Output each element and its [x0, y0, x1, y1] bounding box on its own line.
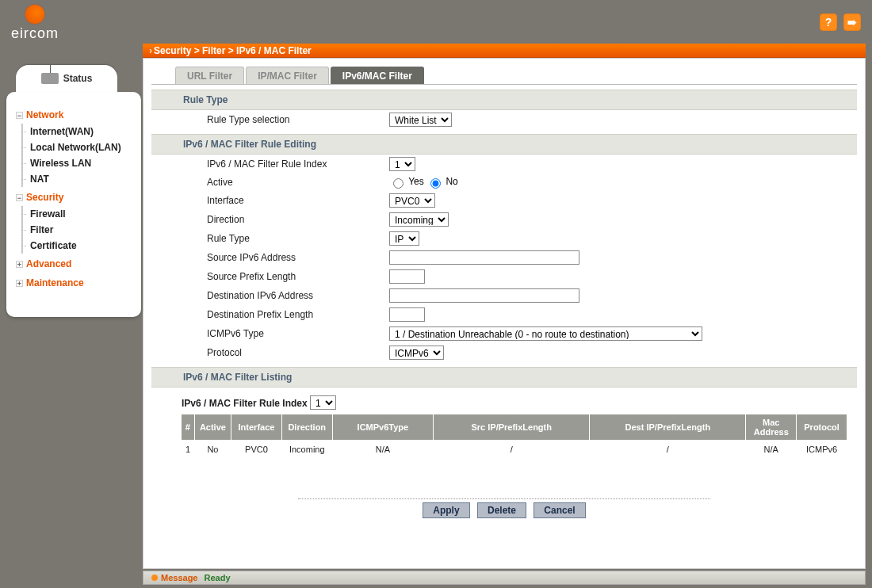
- sidebar-group-security[interactable]: − Security: [6, 189, 141, 206]
- select-direction[interactable]: Incoming: [389, 212, 449, 227]
- label-rule-type-selection: Rule Type selection: [151, 114, 389, 125]
- table-header-row: # Active Interface Direction ICMPv6Type …: [182, 414, 847, 440]
- cell-num: 1: [182, 440, 194, 459]
- tab-ipv6-mac-filter[interactable]: IPv6/MAC Filter: [331, 67, 424, 84]
- input-src-ipv6[interactable]: [389, 250, 579, 265]
- tab-ip-mac-filter[interactable]: IP/MAC Filter: [246, 67, 329, 84]
- breadcrumb: ›Security > Filter > IPv6 / MAC Filter: [143, 44, 866, 58]
- table-row[interactable]: 1 No PVC0 Incoming N/A / / N/A ICMPv6: [182, 440, 847, 459]
- radio-label-no: No: [446, 176, 457, 187]
- expand-icon: +: [16, 261, 23, 268]
- cell-dir: Incoming: [281, 440, 332, 459]
- content: URL Filter IP/MAC Filter IPv6/MAC Filter…: [143, 58, 866, 569]
- th-src: Src IP/PrefixLength: [434, 414, 590, 440]
- breadcrumb-path: Security > Filter > IPv6 / MAC Filter: [154, 45, 312, 56]
- select-protocol[interactable]: ICMPv6: [389, 346, 444, 360]
- status-dot-icon: [151, 575, 158, 581]
- sidebar-item-certificate[interactable]: Certificate: [6, 238, 141, 254]
- sidebar-group-advanced[interactable]: + Advanced: [6, 255, 141, 273]
- sidebar-item-internet-wan[interactable]: Internet(WAN): [6, 124, 141, 139]
- brand-logo: eircom: [11, 5, 59, 42]
- apply-button[interactable]: Apply: [423, 502, 469, 518]
- cell-src: /: [434, 440, 590, 459]
- label-src-ipv6: Source IPv6 Address: [151, 252, 389, 263]
- cell-proto: ICMPv6: [797, 440, 847, 459]
- select-interface[interactable]: PVC0: [389, 193, 435, 208]
- label-active: Active: [151, 177, 389, 188]
- radio-label-yes: Yes: [408, 176, 424, 187]
- label-src-prefix: Source Prefix Length: [151, 271, 389, 282]
- input-dst-ipv6[interactable]: [389, 288, 579, 303]
- brand-text: eircom: [11, 25, 59, 42]
- sidebar-item-firewall[interactable]: Firewall: [6, 206, 141, 222]
- th-protocol: Protocol: [797, 414, 847, 440]
- header: eircom ? ➠: [0, 0, 872, 44]
- panel: Rule Type Rule Type selection White List…: [151, 84, 857, 529]
- delete-button[interactable]: Delete: [477, 502, 526, 518]
- tab-url-filter[interactable]: URL Filter: [175, 67, 244, 84]
- header-actions: ? ➠: [820, 13, 861, 31]
- status-message-label: Message: [161, 573, 197, 582]
- label-icmp-type: ICMPv6 Type: [151, 328, 389, 339]
- sidebar-item-filter[interactable]: Filter: [6, 222, 141, 238]
- input-src-prefix[interactable]: [389, 269, 425, 284]
- label-interface: Interface: [151, 195, 389, 206]
- sun-icon: [25, 5, 44, 24]
- cell-mac: N/A: [746, 440, 797, 459]
- th-num: #: [182, 414, 194, 440]
- sidebar-group-label: Advanced: [26, 258, 71, 269]
- cancel-button[interactable]: Cancel: [534, 502, 585, 518]
- label-dst-ipv6: Destination IPv6 Address: [151, 290, 389, 301]
- section-rule-editing: IPv6 / MAC Filter Rule Editing: [151, 134, 857, 155]
- cell-active: No: [194, 440, 231, 459]
- th-active: Active: [194, 414, 231, 440]
- label-dst-prefix: Destination Prefix Length: [151, 309, 389, 320]
- status-message-text: Ready: [204, 573, 230, 582]
- sidebar-item-wlan[interactable]: Wireless LAN: [6, 155, 141, 171]
- cell-iface: PVC0: [231, 440, 282, 459]
- input-dst-prefix[interactable]: [389, 307, 425, 322]
- select-icmp-type[interactable]: 1 / Destination Unreachable (0 - no rout…: [389, 326, 702, 341]
- tab-strip: URL Filter IP/MAC Filter IPv6/MAC Filter: [175, 67, 865, 84]
- sidebar-item-nat[interactable]: NAT: [6, 171, 141, 187]
- cell-icmp: N/A: [332, 440, 434, 459]
- th-interface: Interface: [231, 414, 282, 440]
- th-mac: Mac Address: [746, 414, 797, 440]
- section-rule-type: Rule Type: [151, 90, 857, 110]
- sidebar-group-label: Maintenance: [26, 277, 84, 288]
- expand-icon: +: [16, 280, 23, 287]
- th-dst: Dest IP/PrefixLength: [590, 414, 746, 440]
- select-inner-rule-type[interactable]: IP: [389, 231, 419, 246]
- th-direction: Direction: [281, 414, 332, 440]
- cell-dst: /: [590, 440, 746, 459]
- select-rule-type-selection[interactable]: White List: [389, 113, 452, 127]
- sidebar-group-label: Network: [26, 109, 63, 120]
- select-rule-index[interactable]: 1: [389, 157, 415, 171]
- status-tab[interactable]: Status: [16, 65, 117, 92]
- help-icon[interactable]: ?: [820, 13, 837, 31]
- chevron-icon: ›: [149, 45, 152, 56]
- sidebar: − Network Internet(WAN) Local Network(LA…: [6, 92, 141, 317]
- section-filter-listing: IPv6 / MAC Filter Listing: [151, 367, 857, 388]
- select-listing-index[interactable]: 1: [310, 395, 336, 410]
- listing-title: IPv6 / MAC Filter Rule Index 1: [182, 395, 857, 410]
- logout-icon[interactable]: ➠: [843, 13, 861, 31]
- collapse-icon: −: [16, 194, 23, 201]
- filter-table: # Active Interface Direction ICMPv6Type …: [182, 414, 847, 459]
- status-bar: Message Ready: [143, 571, 866, 585]
- sidebar-group-label: Security: [26, 192, 63, 203]
- sidebar-item-lan[interactable]: Local Network(LAN): [6, 139, 141, 155]
- label-protocol: Protocol: [151, 347, 389, 358]
- radio-active-yes[interactable]: [393, 178, 403, 189]
- label-rule-index: IPv6 / MAC Filter Rule Index: [151, 158, 389, 170]
- radio-active-no[interactable]: [430, 178, 441, 189]
- label-inner-rule-type: Rule Type: [151, 233, 389, 244]
- sidebar-group-maintenance[interactable]: + Maintenance: [6, 274, 141, 292]
- label-direction: Direction: [151, 214, 389, 225]
- button-row: Apply Delete Cancel: [298, 498, 710, 529]
- th-icmptype: ICMPv6Type: [332, 414, 434, 440]
- status-tab-label: Status: [63, 73, 93, 84]
- collapse-icon: −: [16, 112, 23, 119]
- sidebar-group-network[interactable]: − Network: [6, 106, 141, 124]
- router-icon: [41, 73, 59, 84]
